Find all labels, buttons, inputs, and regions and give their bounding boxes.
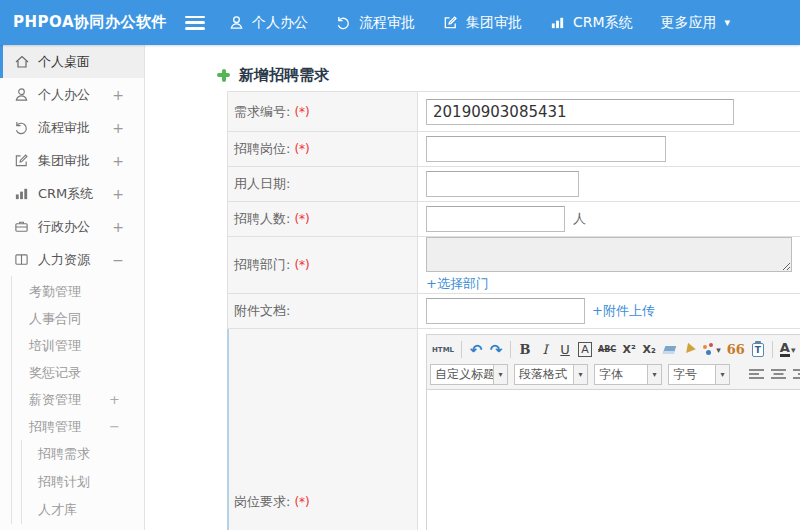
sidebar-item-hr[interactable]: 人力资源 − bbox=[0, 243, 144, 276]
sidebar-item-rewards[interactable]: 奖惩记录 bbox=[12, 359, 144, 386]
hr-submenu: 考勤管理 人事合同 培训管理 奖惩记录 薪资管理 + 招聘管理 − 招聘需求 招… bbox=[11, 276, 144, 524]
field-label: 岗位要求: bbox=[234, 493, 290, 511]
custom-title-dropdown[interactable]: 自定义标题▾ bbox=[430, 364, 508, 385]
sidebar-item-talent-pool[interactable]: 人才库 bbox=[22, 496, 144, 524]
department-textarea[interactable] bbox=[426, 237, 792, 272]
topnav-personal-office[interactable]: 个人办公 bbox=[229, 14, 308, 32]
position-input[interactable] bbox=[426, 136, 666, 162]
sidebar-item-personal-office[interactable]: 个人办公 + bbox=[0, 78, 144, 111]
edit-icon bbox=[443, 15, 458, 30]
html-source-button[interactable]: HTML bbox=[430, 340, 456, 360]
form-row-department: 招聘部门:(*) +选择部门 bbox=[228, 237, 800, 294]
sidebar-item-crm[interactable]: CRM系统 + bbox=[0, 177, 144, 210]
sidebar-item-attendance[interactable]: 考勤管理 bbox=[12, 278, 144, 305]
sidebar-item-process-approval[interactable]: 流程审批 + bbox=[0, 111, 144, 144]
topnav-process-approval[interactable]: 流程审批 bbox=[336, 14, 415, 32]
form-row-attachment: 附件文档: +附件上传 bbox=[228, 294, 800, 329]
topnav-more-apps[interactable]: 更多应用 ▾ bbox=[661, 14, 731, 32]
font-color-button[interactable]: A▾ bbox=[778, 340, 798, 360]
alignment-group bbox=[748, 366, 800, 383]
sidebar-item-admin-office[interactable]: 行政办公 + bbox=[0, 210, 144, 243]
format-brush-icon[interactable] bbox=[680, 340, 698, 360]
recruit-submenu: 招聘需求 招聘计划 人才库 bbox=[21, 440, 144, 524]
user-icon bbox=[229, 15, 244, 30]
strikethrough-button[interactable]: ABC bbox=[596, 340, 618, 360]
bar-chart-icon bbox=[14, 186, 30, 202]
attachment-upload-link[interactable]: +附件上传 bbox=[592, 302, 655, 320]
editor-content-area[interactable] bbox=[427, 390, 800, 530]
undo-icon[interactable]: ↶ bbox=[467, 340, 485, 360]
expand-plus-icon[interactable]: + bbox=[112, 186, 124, 202]
required-mark: (*) bbox=[294, 212, 309, 226]
collapse-minus-icon[interactable]: − bbox=[109, 419, 120, 434]
eraser-icon[interactable] bbox=[660, 340, 678, 360]
expand-plus-icon[interactable]: + bbox=[112, 87, 124, 103]
top-header: PHPOA协同办公软件 个人办公 流程审批 集团审批 CRM系统 更多应用 ▾ bbox=[0, 0, 800, 45]
toolbar-separator bbox=[510, 341, 511, 358]
form-row-demand-no: 需求编号:(*) bbox=[228, 92, 800, 132]
align-left-icon[interactable] bbox=[748, 366, 765, 383]
required-mark: (*) bbox=[294, 495, 309, 509]
sidebar-item-salary[interactable]: 薪资管理 + bbox=[12, 386, 144, 413]
toolbar-row-2: 自定义标题▾ 段落格式▾ 字体▾ 字号▾ bbox=[430, 362, 800, 387]
demand-no-input[interactable] bbox=[426, 99, 734, 125]
char-border-button[interactable]: A bbox=[576, 340, 594, 360]
caret-down-icon: ▾ bbox=[493, 365, 507, 384]
top-nav: 个人办公 流程审批 集团审批 CRM系统 更多应用 ▾ bbox=[229, 14, 730, 32]
expand-plus-icon[interactable]: + bbox=[112, 153, 124, 169]
expand-plus-icon[interactable]: + bbox=[112, 219, 124, 235]
expand-plus-icon[interactable]: + bbox=[109, 392, 120, 407]
topnav-group-approval[interactable]: 集团审批 bbox=[443, 14, 522, 32]
caret-down-icon: ▾ bbox=[573, 365, 587, 384]
main-content: 新增招聘需求 需求编号:(*) 招聘岗位:(*) 用人日期: 招聘人数:(*) … bbox=[146, 45, 800, 530]
hire-date-input[interactable] bbox=[426, 171, 579, 197]
blockquote-button[interactable]: 66 bbox=[725, 340, 747, 360]
recruitment-form: 需求编号:(*) 招聘岗位:(*) 用人日期: 招聘人数:(*) 人 招聘部门:… bbox=[227, 91, 800, 530]
redo-icon[interactable]: ↷ bbox=[487, 340, 505, 360]
sidebar-item-recruit-plan[interactable]: 招聘计划 bbox=[22, 468, 144, 496]
field-label: 招聘岗位: bbox=[234, 140, 290, 158]
caret-down-icon: ▾ bbox=[716, 345, 721, 355]
sidebar-item-desktop[interactable]: 个人桌面 bbox=[0, 45, 144, 78]
field-label: 需求编号: bbox=[234, 103, 290, 121]
unit-suffix: 人 bbox=[573, 210, 586, 228]
bold-button[interactable]: B bbox=[516, 340, 534, 360]
process-icon bbox=[336, 15, 351, 30]
expand-plus-icon[interactable]: + bbox=[112, 120, 124, 136]
headcount-input[interactable] bbox=[426, 206, 565, 232]
page-title: 新增招聘需求 bbox=[146, 45, 800, 91]
required-mark: (*) bbox=[294, 105, 309, 119]
field-label: 附件文档: bbox=[234, 302, 290, 320]
superscript-button[interactable]: X² bbox=[620, 340, 638, 360]
menu-toggle-icon[interactable] bbox=[185, 16, 205, 30]
sidebar-item-recruit-mgmt[interactable]: 招聘管理 − bbox=[12, 413, 144, 440]
collapse-minus-icon[interactable]: − bbox=[112, 252, 124, 268]
form-row-headcount: 招聘人数:(*) 人 bbox=[228, 202, 800, 237]
font-family-dropdown[interactable]: 字体▾ bbox=[594, 364, 662, 385]
topnav-crm[interactable]: CRM系统 bbox=[550, 14, 633, 32]
align-right-icon[interactable] bbox=[792, 366, 800, 383]
toolbar-row-1: HTML ↶ ↷ B I U A ABC X² X₂ bbox=[430, 337, 800, 362]
sidebar-item-hr-contract[interactable]: 人事合同 bbox=[12, 305, 144, 332]
sidebar-item-recruit-demand[interactable]: 招聘需求 bbox=[22, 440, 144, 468]
caret-down-icon: ▾ bbox=[715, 365, 729, 384]
process-icon bbox=[14, 120, 30, 136]
rich-text-editor: HTML ↶ ↷ B I U A ABC X² X₂ bbox=[426, 334, 800, 530]
select-department-link[interactable]: +选择部门 bbox=[426, 275, 489, 293]
align-center-icon[interactable] bbox=[770, 366, 787, 383]
toolbar-separator bbox=[772, 341, 773, 358]
sidebar: 个人桌面 个人办公 + 流程审批 + 集团审批 + CRM系统 + 行政办公 +… bbox=[0, 45, 145, 530]
paragraph-format-dropdown[interactable]: 段落格式▾ bbox=[514, 364, 588, 385]
sidebar-item-training[interactable]: 培训管理 bbox=[12, 332, 144, 359]
attachment-input[interactable] bbox=[426, 298, 585, 324]
font-size-dropdown[interactable]: 字号▾ bbox=[668, 364, 730, 385]
autotypeset-icon[interactable]: ▾ bbox=[700, 340, 723, 360]
paste-icon[interactable]: T bbox=[749, 340, 767, 360]
italic-button[interactable]: I bbox=[536, 340, 554, 360]
caret-down-icon: ▾ bbox=[791, 345, 796, 355]
subscript-button[interactable]: X₂ bbox=[640, 340, 658, 360]
sidebar-item-group-approval[interactable]: 集团审批 + bbox=[0, 144, 144, 177]
field-label: 招聘人数: bbox=[234, 210, 290, 228]
underline-button[interactable]: U bbox=[556, 340, 574, 360]
required-mark: (*) bbox=[294, 142, 309, 156]
